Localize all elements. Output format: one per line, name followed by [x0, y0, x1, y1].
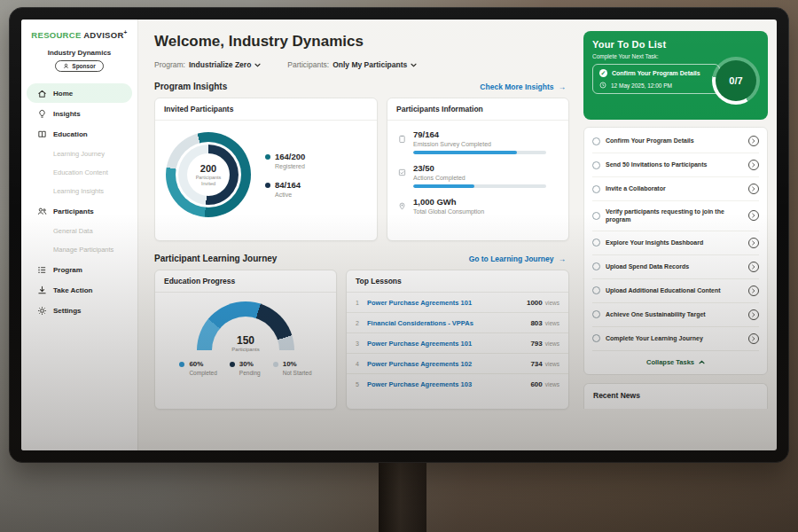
- clipboard-icon: [398, 130, 406, 154]
- chevron-right-icon[interactable]: [748, 136, 759, 146]
- task-checkbox[interactable]: [592, 334, 600, 342]
- task-row[interactable]: Complete Your Learning Journey: [592, 327, 759, 351]
- filter-bar: Program: Industrialize Zero Participants…: [154, 60, 569, 69]
- program-filter[interactable]: Program: Industrialize Zero: [154, 60, 261, 69]
- sidebar-item-label: Education Content: [53, 168, 108, 176]
- checklist-icon: [398, 164, 406, 188]
- next-task-box[interactable]: ✓ Confirm Your Program Details 12 May 20…: [592, 64, 720, 94]
- logo-plus: +: [124, 29, 128, 35]
- chevron-right-icon[interactable]: [748, 333, 759, 344]
- sponsor-badge[interactable]: Sponsor: [55, 60, 103, 72]
- dashboard-screen: RESOURCE ADVISOR+ Industry Dynamics Spon…: [21, 20, 777, 450]
- arrow-right-icon: →: [559, 254, 567, 263]
- main-content: Welcome, Industry Dynamics Program: Indu…: [138, 20, 578, 450]
- legend-item-active: 84/164 Active: [265, 180, 305, 198]
- task-checkbox[interactable]: [592, 161, 600, 169]
- sponsor-badge-label: Sponsor: [72, 63, 95, 69]
- chevron-right-icon[interactable]: [748, 184, 759, 194]
- sidebar-item-learning-insights[interactable]: Learning Insights: [21, 182, 137, 200]
- sidebar-item-program[interactable]: Program: [27, 260, 132, 279]
- task-checkbox[interactable]: [592, 239, 600, 246]
- sidebar-item-label: Education: [53, 130, 88, 138]
- sidebar-item-home[interactable]: Home: [27, 83, 132, 103]
- program-filter-label: Program:: [154, 60, 185, 69]
- sidebar-item-education-content[interactable]: Education Content: [21, 163, 137, 182]
- task-row[interactable]: Confirm Your Program Details: [592, 129, 759, 153]
- program-filter-value: Industrialize Zero: [189, 60, 251, 69]
- task-row[interactable]: Send 50 Invitations to Participants: [592, 153, 759, 177]
- task-checkbox[interactable]: [592, 262, 600, 270]
- lesson-link[interactable]: Power Purchase Agreements 101: [367, 340, 530, 348]
- legend-label: Active: [275, 192, 305, 198]
- legend-label: Pending: [239, 370, 261, 376]
- task-checkbox[interactable]: [592, 137, 600, 145]
- info-label: Total Global Consumption: [413, 208, 484, 215]
- lesson-views: 803: [530, 319, 542, 327]
- legend-value: 10%: [283, 360, 297, 368]
- task-checkbox[interactable]: [592, 286, 600, 294]
- info-label: Emission Survey Completed: [413, 141, 546, 147]
- education-gauge-chart: 150 Participants: [197, 301, 294, 352]
- collapse-tasks-button[interactable]: Collapse Tasks: [592, 351, 759, 372]
- journey-cards-row: Education Progress 150 Participants: [154, 270, 569, 410]
- lesson-link[interactable]: Power Purchase Agreements 103: [367, 380, 530, 388]
- legend-dot: [230, 362, 235, 367]
- donut-center-label: Participants Invited: [192, 175, 225, 187]
- go-to-learning-journey-link[interactable]: Go to Learning Journey →: [469, 254, 566, 263]
- info-row: 79/164 Emission Survey Completed: [398, 129, 558, 154]
- task-label: Upload Spend Data Records: [606, 262, 743, 270]
- lesson-rank: 1: [356, 300, 367, 306]
- task-row[interactable]: Invite a Collaborator: [592, 177, 759, 201]
- participants-information-card: Participants Information 79/164 Emission…: [387, 98, 569, 241]
- sidebar-item-general-data[interactable]: General Data: [21, 222, 137, 240]
- views-label: views: [545, 381, 559, 387]
- chevron-right-icon[interactable]: [748, 238, 759, 248]
- legend-value: 60%: [189, 360, 203, 368]
- info-card-title: Participants Information: [387, 98, 568, 121]
- chevron-right-icon[interactable]: [748, 160, 759, 170]
- recent-news-header: Recent News: [583, 383, 768, 409]
- sidebar-item-settings[interactable]: Settings: [27, 301, 132, 320]
- lesson-link[interactable]: Power Purchase Agreements 102: [367, 360, 530, 368]
- task-checkbox[interactable]: [592, 310, 600, 318]
- participants-filter[interactable]: Participants: Only My Participants: [287, 60, 417, 69]
- sidebar-item-label: Manage Participants: [53, 246, 113, 254]
- gear-icon: [37, 306, 47, 316]
- sidebar-item-participants[interactable]: Participants: [27, 201, 132, 221]
- sidebar-item-take-action[interactable]: Take Action: [27, 280, 132, 300]
- task-row[interactable]: Verify participants requesting to join t…: [592, 201, 759, 231]
- sidebar-item-education[interactable]: Education: [27, 124, 132, 144]
- lesson-link[interactable]: Power Purchase Agreements 101: [367, 299, 527, 307]
- task-checkbox[interactable]: [592, 185, 600, 193]
- views-label: views: [545, 361, 559, 367]
- task-row[interactable]: Explore Your Insights Dashboard: [592, 231, 759, 255]
- sidebar-item-learning-journey[interactable]: Learning Journey: [21, 145, 137, 163]
- task-row[interactable]: Achieve One Sustainability Target: [592, 303, 759, 327]
- chevron-right-icon[interactable]: [748, 262, 759, 272]
- chevron-right-icon[interactable]: [748, 210, 759, 221]
- sidebar-item-insights[interactable]: Insights: [27, 104, 132, 123]
- participants-filter-value: Only My Participants: [332, 60, 407, 69]
- chevron-right-icon[interactable]: [748, 309, 759, 320]
- participants-filter-label: Participants:: [287, 60, 329, 69]
- lesson-views: 793: [530, 340, 542, 348]
- legend-dot: [265, 183, 270, 188]
- clock-icon: [599, 82, 606, 89]
- task-label: Upload Additional Educational Content: [606, 286, 743, 294]
- sidebar-item-manage-participants[interactable]: Manage Participants: [21, 240, 137, 259]
- check-more-insights-link[interactable]: Check More Insights →: [480, 82, 566, 91]
- task-label: Invite a Collaborator: [606, 184, 743, 192]
- donut-legend: 164/200 Registered 84/164 Active: [265, 152, 305, 198]
- invited-participants-card: Invited Participants 200 Participants In…: [154, 98, 378, 241]
- task-row[interactable]: Upload Spend Data Records: [592, 255, 759, 279]
- task-row[interactable]: Upload Additional Educational Content: [592, 279, 759, 303]
- lesson-rank: 5: [356, 381, 367, 387]
- sidebar-item-label: Insights: [53, 110, 81, 118]
- gauge-center-value: 150: [197, 335, 294, 346]
- invited-donut-chart: 200 Participants Invited: [166, 132, 251, 217]
- sidebar-nav: Home Insights Education Learning Journey…: [21, 83, 137, 320]
- lesson-link[interactable]: Financial Considerations - VPPAs: [367, 319, 530, 327]
- top-lessons-card: Top Lessons 1 Power Purchase Agreements …: [346, 270, 569, 410]
- chevron-right-icon[interactable]: [748, 286, 759, 296]
- task-checkbox[interactable]: [592, 212, 600, 220]
